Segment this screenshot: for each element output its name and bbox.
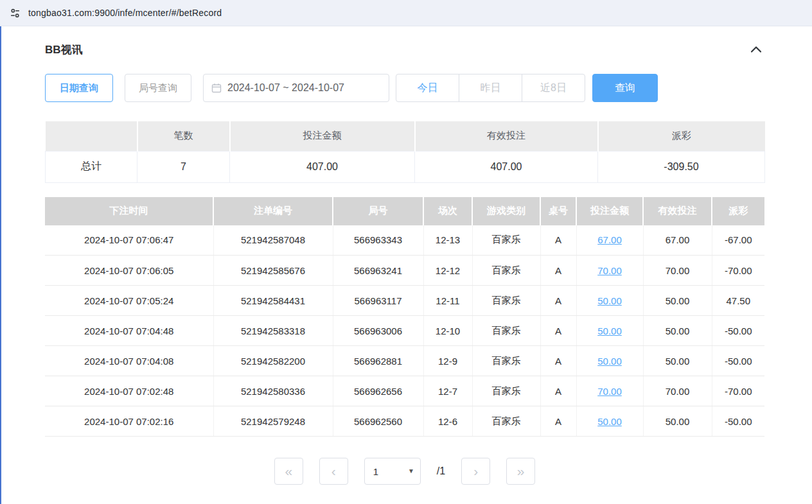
summary-table: 笔数 投注金额 有效投注 派彩 总计 7 407.00 407.00 -309.… — [45, 121, 765, 183]
cell-valid-bet: 50.00 — [643, 346, 712, 376]
site-settings-icon[interactable] — [9, 7, 21, 19]
search-button[interactable]: 查询 — [592, 74, 658, 102]
address-bar-url[interactable]: tongbao31.com:9900/infe/mcenter/#/betRec… — [28, 8, 222, 18]
cell-game-type: 百家乐 — [472, 406, 540, 437]
summary-bet-amount: 407.00 — [230, 151, 415, 182]
summary-payout: -309.50 — [598, 151, 765, 182]
cell-order-id: 521942584431 — [213, 286, 333, 316]
column-header: 下注时间 — [45, 197, 213, 225]
cell-valid-bet: 50.00 — [643, 316, 712, 346]
date-range-input[interactable]: 2024-10-07 ~ 2024-10-07 — [203, 74, 389, 102]
summary-valid-bet: 407.00 — [415, 151, 598, 182]
cell-table-no: A — [540, 316, 576, 346]
collapse-chevron-up-icon[interactable] — [748, 43, 764, 56]
cell-order-id: 521942585676 — [213, 256, 333, 286]
column-header: 有效投注 — [643, 197, 712, 225]
column-header: 局号 — [333, 197, 423, 225]
first-page-button[interactable]: « — [274, 458, 303, 485]
date-query-button[interactable]: 日期查询 — [45, 74, 113, 102]
pagination: « ‹ 1 ▼ /1 › » — [45, 458, 764, 485]
today-button[interactable]: 今日 — [396, 74, 459, 102]
bet-amount-link[interactable]: 50.00 — [597, 416, 622, 427]
cell-game-type: 百家乐 — [472, 316, 540, 346]
cell-bet-time: 2024-10-07 07:05:24 — [45, 286, 213, 316]
cell-payout: -50.00 — [712, 406, 764, 437]
filter-bar: 日期查询 局号查询 2024-10-07 ~ 2024-10-07 今日 昨日 … — [45, 74, 764, 102]
summary-header-valid-bet: 有效投注 — [415, 121, 598, 151]
cell-table-no: A — [540, 256, 576, 286]
bet-amount-link[interactable]: 70.00 — [597, 265, 622, 276]
cell-bet-time: 2024-10-07 07:06:47 — [45, 225, 213, 256]
table-row: 2024-10-07 07:04:08 521942582200 5669628… — [45, 346, 764, 376]
cell-game-type: 百家乐 — [472, 346, 540, 376]
cell-session: 12-10 — [423, 316, 472, 346]
page-title: BB视讯 — [45, 42, 83, 57]
column-header: 派彩 — [712, 197, 764, 225]
cell-valid-bet: 67.00 — [643, 225, 712, 256]
table-row: 2024-10-07 07:02:48 521942580336 5669626… — [45, 376, 764, 406]
round-query-button[interactable]: 局号查询 — [125, 74, 191, 102]
cell-bet-amount: 50.00 — [576, 406, 643, 437]
page-select[interactable]: 1 — [364, 458, 421, 485]
cell-payout: -67.00 — [712, 225, 764, 256]
summary-count: 7 — [137, 151, 230, 182]
prev-page-button[interactable]: ‹ — [319, 458, 348, 485]
yesterday-button[interactable]: 昨日 — [459, 74, 522, 102]
cell-table-no: A — [540, 406, 576, 437]
cell-session: 12-13 — [423, 225, 472, 256]
cell-game-type: 百家乐 — [472, 376, 540, 406]
bet-amount-link[interactable]: 50.00 — [597, 295, 622, 306]
summary-header-blank — [46, 121, 137, 151]
summary-row: 总计 7 407.00 407.00 -309.50 — [46, 151, 765, 182]
bet-amount-link[interactable]: 50.00 — [597, 326, 622, 336]
bet-amount-link[interactable]: 67.00 — [597, 234, 622, 245]
bet-amount-link[interactable]: 50.00 — [597, 356, 622, 367]
cell-bet-time: 2024-10-07 07:02:16 — [45, 406, 213, 437]
cell-round-id: 566962560 — [333, 406, 423, 437]
summary-total-label: 总计 — [46, 151, 137, 182]
cell-bet-amount: 50.00 — [576, 346, 643, 376]
cell-round-id: 566962881 — [333, 346, 423, 376]
cell-payout: -70.00 — [712, 256, 764, 286]
table-row: 2024-10-07 07:02:16 521942579248 5669625… — [45, 406, 764, 437]
cell-bet-amount: 70.00 — [576, 376, 643, 406]
last-page-button[interactable]: » — [506, 458, 535, 485]
cell-payout: -70.00 — [712, 376, 764, 406]
summary-header-payout: 派彩 — [598, 121, 765, 151]
cell-payout: -50.00 — [712, 346, 764, 376]
cell-round-id: 566962656 — [333, 376, 423, 406]
cell-table-no: A — [540, 225, 576, 256]
cell-round-id: 566963343 — [333, 225, 423, 256]
cell-session: 12-6 — [423, 406, 472, 437]
cell-bet-time: 2024-10-07 07:04:48 — [45, 316, 213, 346]
cell-valid-bet: 70.00 — [643, 256, 712, 286]
column-header: 游戏类别 — [472, 197, 540, 225]
cell-bet-time: 2024-10-07 07:06:05 — [45, 256, 213, 286]
cell-table-no: A — [540, 376, 576, 406]
cell-bet-amount: 50.00 — [576, 316, 643, 346]
next-page-button[interactable]: › — [461, 458, 490, 485]
column-header: 桌号 — [540, 197, 576, 225]
cell-round-id: 566963117 — [333, 286, 423, 316]
window-edge — [0, 26, 1, 504]
summary-header-count: 笔数 — [137, 121, 230, 151]
cell-valid-bet: 70.00 — [643, 376, 712, 406]
column-header: 注单编号 — [213, 197, 333, 225]
cell-game-type: 百家乐 — [472, 286, 540, 316]
cell-table-no: A — [540, 286, 576, 316]
cell-valid-bet: 50.00 — [643, 406, 712, 437]
bet-amount-link[interactable]: 70.00 — [597, 386, 622, 397]
cell-bet-time: 2024-10-07 07:04:08 — [45, 346, 213, 376]
cell-session: 12-12 — [423, 256, 472, 286]
bet-record-panel: BB视讯 日期查询 局号查询 2024-10-07 ~ 2024-10-07 今… — [0, 26, 812, 485]
cell-game-type: 百家乐 — [472, 256, 540, 286]
table-row: 2024-10-07 07:06:05 521942585676 5669632… — [45, 256, 764, 286]
column-header: 场次 — [423, 197, 472, 225]
last-8-days-button[interactable]: 近8日 — [522, 74, 585, 102]
column-header: 投注金额 — [576, 197, 643, 225]
address-bar: tongbao31.com:9900/infe/mcenter/#/betRec… — [0, 0, 812, 26]
cell-bet-amount: 67.00 — [576, 225, 643, 256]
panel-header: BB视讯 — [45, 35, 764, 64]
cell-bet-amount: 70.00 — [576, 256, 643, 286]
cell-table-no: A — [540, 346, 576, 376]
